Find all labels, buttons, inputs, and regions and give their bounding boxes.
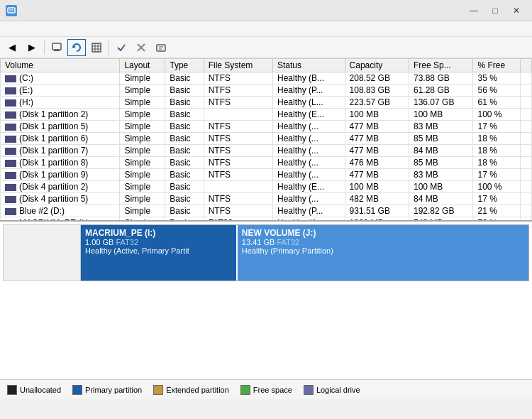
col-layout[interactable]: Layout [120, 59, 165, 72]
col-filesystem[interactable]: File System [204, 59, 272, 72]
cell-capacity: 100 MB [345, 181, 409, 193]
cell-capacity: 931.51 GB [345, 205, 409, 217]
partition-size: 13.41 GB FAT32 [242, 238, 524, 246]
cell-extra [521, 157, 532, 169]
col-free[interactable]: Free Sp... [409, 59, 473, 72]
properties-button[interactable] [152, 39, 170, 56]
table-row[interactable]: (Disk 1 partition 8) Simple Basic NTFS H… [1, 157, 532, 169]
cell-layout: Simple [120, 133, 165, 145]
cell-volume: (E:) [1, 85, 120, 97]
col-type[interactable]: Type [165, 59, 204, 72]
table-row[interactable]: (E:) Simple Basic NTFS Healthy (P... 108… [1, 85, 532, 97]
disk-partition[interactable]: NEW VOLUME (J:) 13.41 GB FAT32 Healthy (… [238, 225, 528, 281]
partition-name: MACRIUM_PE (I:) [85, 228, 232, 238]
up-button[interactable] [48, 39, 66, 56]
menu-file[interactable] [3, 28, 14, 31]
cell-pct: 18 % [473, 133, 521, 145]
cell-capacity: 477 MB [345, 145, 409, 157]
legend-extended-label: Extended partition [166, 386, 229, 394]
table-row[interactable]: Blue #2 (D:) Simple Basic NTFS Healthy (… [1, 205, 532, 217]
cell-pct: 17 % [473, 121, 521, 133]
cell-capacity: 108.83 GB [345, 85, 409, 97]
svg-rect-3 [54, 50, 60, 51]
maximize-button[interactable]: □ [485, 3, 505, 18]
legend-extended-box [153, 385, 163, 395]
check-button[interactable] [112, 39, 131, 56]
cell-fs: NTFS [204, 205, 272, 217]
table-row[interactable]: (Disk 1 partition 6) Simple Basic NTFS H… [1, 133, 532, 145]
svg-rect-2 [52, 43, 61, 50]
cell-pct: 18 % [473, 145, 521, 157]
legend-logical: Logical drive [304, 385, 360, 395]
forward-button[interactable]: ▶ [23, 39, 41, 56]
cell-fs: NTFS [204, 121, 272, 133]
cell-free: 100 MB [409, 109, 473, 121]
cell-type: Basic [165, 97, 204, 109]
cell-layout: Simple [120, 97, 165, 109]
close-button[interactable]: ✕ [506, 3, 526, 18]
cell-layout: Simple [120, 109, 165, 121]
cell-pct: 100 % [473, 109, 521, 121]
cell-extra [521, 109, 532, 121]
cell-volume: (H:) [1, 97, 120, 109]
cell-capacity: 477 MB [345, 133, 409, 145]
cell-status: Healthy (... [272, 133, 345, 145]
menu-view[interactable] [26, 28, 37, 31]
cell-free: 83 MB [409, 121, 473, 133]
legend-primary: Primary partition [72, 385, 142, 395]
back-button[interactable]: ◀ [3, 39, 21, 56]
table-row[interactable]: (Disk 1 partition 9) Simple Basic NTFS H… [1, 169, 532, 181]
toolbar-sep-1 [44, 40, 45, 55]
cell-fs: NTFS [204, 193, 272, 205]
menu-action[interactable] [14, 28, 26, 31]
cell-volume: (C:) [1, 72, 120, 85]
refresh-button[interactable] [67, 39, 86, 56]
menu-bar [0, 21, 532, 37]
table-row[interactable]: (Disk 1 partition 5) Simple Basic NTFS H… [1, 121, 532, 133]
cell-type: Basic [165, 121, 204, 133]
cell-layout: Simple [120, 181, 165, 193]
cell-type: Basic [165, 169, 204, 181]
table-row[interactable]: (Disk 4 partition 2) Simple Basic Health… [1, 181, 532, 193]
disk-partition[interactable]: MACRIUM_PE (I:) 1.00 GB FAT32 Healthy (A… [81, 225, 238, 281]
col-pct[interactable]: % Free [473, 59, 521, 72]
cell-free: 84 MB [409, 193, 473, 205]
col-capacity[interactable]: Capacity [345, 59, 409, 72]
cell-type: Basic [165, 193, 204, 205]
table-row[interactable]: (Disk 1 partition 7) Simple Basic NTFS H… [1, 145, 532, 157]
cell-free: 61.28 GB [409, 85, 473, 97]
cell-status: Healthy (... [272, 193, 345, 205]
menu-help[interactable] [37, 28, 48, 31]
svg-rect-5 [92, 43, 101, 52]
table-row[interactable]: (H:) Simple Basic NTFS Healthy (L... 223… [1, 97, 532, 109]
cell-extra [521, 181, 532, 193]
col-volume[interactable]: Volume [1, 59, 120, 72]
cell-layout: Simple [120, 193, 165, 205]
cancel-button[interactable] [132, 39, 150, 56]
cell-volume: (Disk 4 partition 5) [1, 193, 120, 205]
disk-graphical-area: MACRIUM_PE (I:) 1.00 GB FAT32 Healthy (A… [0, 222, 532, 379]
cell-fs: NTFS [204, 85, 272, 97]
cell-pct: 21 % [473, 205, 521, 217]
toolbar-sep-2 [109, 40, 109, 55]
main-content: Volume Layout Type File System Status Ca… [0, 58, 532, 399]
cell-capacity: 476 MB [345, 157, 409, 169]
table-row[interactable]: (Disk 1 partition 2) Simple Basic Health… [1, 109, 532, 121]
toolbar: ◀ ▶ [0, 37, 532, 58]
map-button[interactable] [87, 39, 106, 56]
cell-type: Basic [165, 157, 204, 169]
table-row[interactable]: (Disk 4 partition 5) Simple Basic NTFS H… [1, 193, 532, 205]
cell-status: Healthy (... [272, 169, 345, 181]
cell-pct: 18 % [473, 157, 521, 169]
volume-table: Volume Layout Type File System Status Ca… [0, 58, 532, 222]
cell-free: 85 MB [409, 133, 473, 145]
legend-unalloc: Unallocated [7, 385, 61, 395]
col-status[interactable]: Status [272, 59, 345, 72]
table-row[interactable]: (C:) Simple Basic NTFS Healthy (B... 208… [1, 72, 532, 85]
cell-pct: 35 % [473, 72, 521, 85]
cell-volume: Blue #2 (D:) [1, 205, 120, 217]
volume-table-area: Volume Layout Type File System Status Ca… [0, 58, 532, 222]
minimize-button[interactable]: — [464, 3, 484, 18]
cell-fs: NTFS [204, 169, 272, 181]
disk-5-info [3, 224, 81, 281]
